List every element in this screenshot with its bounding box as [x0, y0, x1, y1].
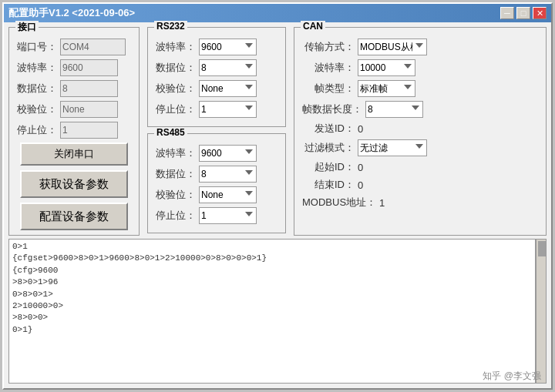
rs232-stop-row: 停止位： 1 — [156, 101, 278, 118]
rs485-stop-select[interactable]: 1 — [199, 207, 257, 224]
io-baud-label: 波特率： — [17, 61, 57, 75]
log-section: 0>1 {cfgset>9600>8>0>1>9600>8>0>1>2>1000… — [8, 239, 547, 384]
rs485-parity-select[interactable]: None — [199, 186, 257, 203]
rs485-data-select[interactable]: 8 — [199, 166, 257, 183]
rs232-data-row: 数据位： 8 — [156, 59, 278, 76]
io-panel: 接口 端口号： COM4 波特率： 9600 数据位： 8 — [8, 27, 140, 236]
get-params-button[interactable]: 获取设备参数 — [20, 170, 128, 198]
minimize-button[interactable]: ─ — [500, 7, 514, 19]
can-modbus-row: MODBUS地址： 1 — [302, 196, 538, 209]
can-filter-row: 过滤模式： 无过滤 — [302, 139, 538, 156]
rs485-stop-label: 停止位： — [156, 209, 196, 223]
can-panel-title: CAN — [301, 21, 325, 32]
port-label: 端口号： — [17, 40, 57, 54]
io-buttons: 关闭串口 获取设备参数 配置设备参数 — [17, 142, 131, 230]
rs232-parity-row: 校验位： None — [156, 80, 278, 97]
rs485-parity-row: 校验位： None — [156, 186, 278, 203]
window-title: 配置助手V1.2 <2021-09-06> — [8, 6, 135, 20]
io-data-label: 数据位： — [17, 82, 57, 95]
window-controls: ─ □ ✕ — [500, 7, 547, 19]
can-endid-row: 结束ID： 0 — [302, 178, 538, 192]
rs485-baud-label: 波特率： — [156, 146, 196, 160]
io-baud-row: 波特率： 9600 — [17, 59, 131, 76]
top-panels: 接口 端口号： COM4 波特率： 9600 数据位： 8 — [8, 27, 547, 236]
rs485-panel: RS485 波特率： 9600 数据位： 8 校验位： — [147, 133, 286, 233]
port-select[interactable]: COM4 — [60, 39, 126, 55]
can-baud-select[interactable]: 10000 — [358, 59, 415, 76]
can-frame-row: 帧类型： 标准帧 — [302, 80, 538, 97]
io-parity-label: 校验位： — [17, 102, 57, 116]
rs232-parity-select[interactable]: None — [199, 80, 257, 97]
rs232-panel: RS232 波特率： 9600 数据位： 8 校验位： — [147, 27, 286, 127]
io-stop-row: 停止位： 1 — [17, 122, 131, 139]
watermark: 知乎 @李文强 — [483, 370, 541, 383]
can-sendid-value: 0 — [358, 123, 363, 135]
maximize-button[interactable]: □ — [516, 7, 530, 19]
can-sendid-row: 发送ID： 0 — [302, 122, 538, 136]
rs485-panel-title: RS485 — [154, 127, 187, 138]
log-area[interactable]: 0>1 {cfgset>9600>8>0>1>9600>8>0>1>2>1000… — [8, 239, 536, 384]
rs232-baud-label: 波特率： — [156, 40, 196, 54]
can-baud-row: 波特率： 10000 — [302, 59, 538, 76]
rs485-stop-row: 停止位： 1 — [156, 207, 278, 224]
rs485-data-label: 数据位： — [156, 167, 196, 181]
can-filter-label: 过滤模式： — [302, 141, 355, 155]
can-endid-label: 结束ID： — [302, 178, 355, 192]
io-panel-title: 接口 — [15, 21, 39, 34]
can-modbus-label: MODBUS地址： — [302, 196, 376, 209]
rs232-data-select[interactable]: 8 — [199, 59, 257, 76]
scroll-thumb — [538, 241, 546, 256]
rs232-stop-select[interactable]: 1 — [199, 101, 257, 118]
io-data-select[interactable]: 8 — [60, 80, 118, 97]
can-frame-label: 帧类型： — [302, 82, 355, 95]
can-startid-value: 0 — [358, 162, 363, 173]
rs232-baud-row: 波特率： 9600 — [156, 39, 278, 55]
can-modbus-value: 1 — [379, 197, 385, 209]
rs232-baud-select[interactable]: 9600 — [199, 39, 257, 55]
can-frame-select[interactable]: 标准帧 — [358, 80, 415, 97]
set-params-button[interactable]: 配置设备参数 — [20, 203, 128, 230]
serial-toggle-button[interactable]: 关闭串口 — [20, 142, 128, 166]
main-window: 配置助手V1.2 <2021-09-06> ─ □ ✕ 接口 端口号： COM4… — [2, 2, 553, 390]
can-filter-select[interactable]: 无过滤 — [358, 139, 427, 156]
io-stop-label: 停止位： — [17, 123, 57, 137]
rs232-stop-label: 停止位： — [156, 102, 196, 116]
can-startid-row: 起始ID： 0 — [302, 160, 538, 174]
rs232-panel-title: RS232 — [154, 21, 187, 32]
rs485-parity-label: 校验位： — [156, 188, 196, 202]
close-button[interactable]: ✕ — [533, 7, 547, 19]
io-parity-row: 校验位： None — [17, 101, 131, 118]
rs485-baud-row: 波特率： 9600 — [156, 145, 278, 162]
io-baud-select[interactable]: 9600 — [60, 59, 118, 76]
rs-column: RS232 波特率： 9600 数据位： 8 校验位： — [147, 27, 286, 236]
can-datalen-label: 帧数据长度： — [302, 102, 362, 116]
rs485-baud-select[interactable]: 9600 — [199, 145, 257, 162]
io-stop-select[interactable]: 1 — [60, 122, 118, 139]
can-panel: CAN 传输方式： MODBUS从机 波特率： 10000 帧类型： — [294, 27, 547, 236]
log-scrollbar[interactable] — [536, 239, 547, 384]
rs485-data-row: 数据位： 8 — [156, 166, 278, 183]
title-bar: 配置助手V1.2 <2021-09-06> ─ □ ✕ — [4, 4, 551, 22]
rs232-data-label: 数据位： — [156, 61, 196, 75]
io-data-row: 数据位： 8 — [17, 80, 131, 97]
port-row: 端口号： COM4 — [17, 39, 131, 55]
can-datalen-select[interactable]: 8 — [365, 101, 423, 118]
can-datalen-row: 帧数据长度： 8 — [302, 101, 538, 118]
can-baud-label: 波特率： — [302, 61, 355, 75]
main-content: 接口 端口号： COM4 波特率： 9600 数据位： 8 — [4, 22, 551, 388]
rs232-parity-label: 校验位： — [156, 82, 196, 95]
io-parity-select[interactable]: None — [60, 101, 118, 118]
can-trans-select[interactable]: MODBUS从机 — [358, 39, 427, 55]
can-endid-value: 0 — [358, 179, 363, 191]
can-sendid-label: 发送ID： — [302, 122, 355, 136]
can-trans-row: 传输方式： MODBUS从机 — [302, 39, 538, 55]
can-startid-label: 起始ID： — [302, 160, 355, 174]
can-trans-label: 传输方式： — [302, 40, 355, 54]
